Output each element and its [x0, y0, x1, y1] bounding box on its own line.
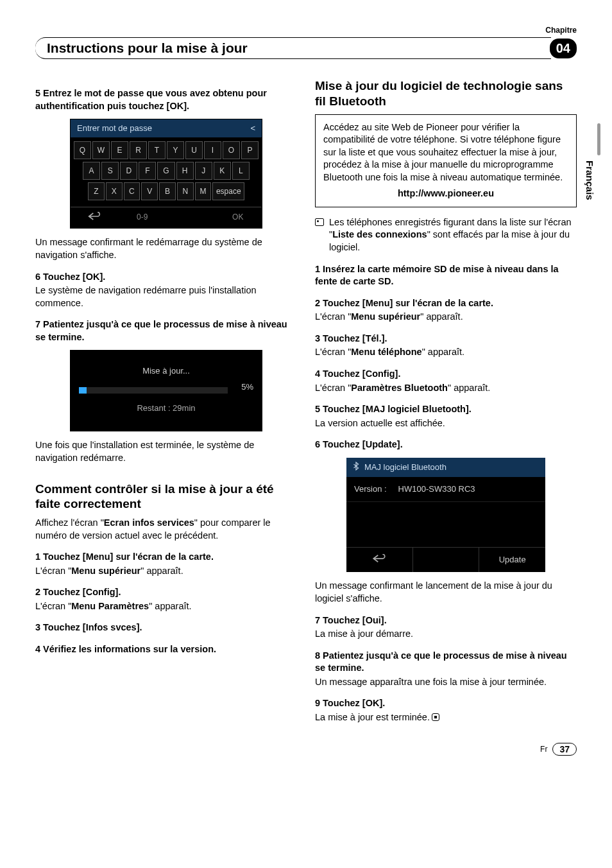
bluetooth-icon — [352, 462, 361, 474]
back-icon — [346, 547, 412, 573]
keyboard-row-1: Q W E R T Y U I O P — [73, 141, 259, 159]
text: " apparaît. — [149, 601, 191, 611]
chapter-label: Chapitre — [35, 26, 577, 35]
end-mark-icon — [432, 713, 439, 721]
bt-step-8-heading: 8 Patientez jusqu'à ce que le processus … — [315, 650, 577, 675]
footer-lang: Fr — [540, 745, 547, 754]
key: O — [223, 141, 240, 159]
bt-version-label: Version : — [354, 483, 387, 495]
progress-screenshot: Mise à jour... 5% Restant : 29min — [70, 350, 262, 431]
text: La mise à jour est terminée. — [315, 712, 430, 722]
bt-blank — [412, 547, 480, 573]
left-column: 5 Entrez le mot de passe que vous avez o… — [35, 78, 297, 724]
key: U — [185, 141, 203, 159]
key: N — [177, 182, 194, 200]
text: " apparaît. — [448, 383, 490, 393]
footer: Fr 37 — [35, 743, 577, 756]
key: R — [130, 141, 147, 159]
text: L'écran "Menu Paramètres" apparaît. — [35, 600, 297, 613]
bt-step-2-heading: 2 Touchez [Menu] sur l'écran de la carte… — [315, 297, 577, 310]
text: Un message confirmant le lancement de la… — [315, 580, 577, 605]
note: Les téléphones enregistrés figurant dans… — [315, 216, 577, 254]
key: M — [195, 182, 212, 200]
key: W — [92, 141, 110, 159]
text-bold: Menu téléphone — [351, 347, 421, 357]
bt-step-6-heading: 6 Touchez [Update]. — [315, 438, 577, 451]
keyboard-title: Entrer mot de passe — [77, 123, 152, 134]
key-ok: OK — [214, 207, 262, 228]
key: K — [214, 162, 231, 180]
check-step-1-heading: 1 Touchez [Menu] sur l'écran de la carte… — [35, 551, 297, 564]
key: I — [204, 141, 221, 159]
step-6-heading: 6 Touchez [OK]. — [35, 271, 297, 284]
box-url: http://www.pioneer.eu — [323, 187, 568, 200]
bt-step-5-heading: 5 Touchez [MAJ logiciel Bluetooth]. — [315, 403, 577, 416]
key: Q — [74, 141, 91, 159]
key: F — [139, 162, 156, 180]
key: V — [141, 182, 158, 200]
text: Affichez l'écran "Ecran infos services" … — [35, 517, 297, 542]
bt-step-9-heading: 9 Touchez [OK]. — [315, 697, 577, 710]
header-line: Instructions pour la mise à jour — [35, 37, 551, 59]
bt-step-1-heading: 1 Insérez la carte mémoire SD de mise à … — [315, 263, 577, 288]
text: La version actuelle est affichée. — [315, 417, 577, 430]
step-7-heading: 7 Patientez jusqu'à ce que le processus … — [35, 318, 297, 343]
keyboard-titlebar: Entrer mot de passe < — [71, 119, 262, 137]
text: L'écran "Menu supérieur" apparaît. — [315, 311, 577, 324]
header-row: Instructions pour la mise à jour 04 — [35, 37, 577, 59]
text: L'écran "Menu supérieur" apparaît. — [35, 565, 297, 578]
key: L — [232, 162, 250, 180]
check-step-2-heading: 2 Touchez [Config]. — [35, 586, 297, 599]
note-icon — [315, 218, 324, 226]
key: P — [241, 141, 259, 159]
text: L'écran " — [35, 601, 71, 611]
keyboard-close: < — [250, 123, 255, 134]
note-text: Les téléphones enregistrés figurant dans… — [329, 216, 577, 254]
text-bold: Menu Paramètres — [71, 601, 149, 611]
text-bold: Liste des connexions — [332, 229, 427, 239]
key: E — [111, 141, 128, 159]
bt-update-button: Update — [479, 547, 545, 573]
key-numeric: 0-9 — [119, 207, 167, 228]
text: Un message confirmant le redémarrage du … — [35, 236, 297, 261]
key: A — [83, 162, 100, 180]
progress-title: Mise à jour... — [79, 365, 253, 377]
key: G — [157, 162, 174, 180]
bt-step-4-heading: 4 Touchez [Config]. — [315, 368, 577, 381]
text: L'écran " — [315, 347, 351, 357]
key: J — [195, 162, 212, 180]
bluetooth-screenshot: MAJ logiciel Bluetooth Version : HW100-S… — [346, 458, 545, 573]
language-tab: Français — [584, 161, 595, 200]
box-text: Accédez au site Web de Pioneer pour véri… — [323, 121, 568, 184]
step-5-heading: 5 Entrez le mot de passe que vous avez o… — [35, 87, 297, 112]
bt-titlebar: MAJ logiciel Bluetooth — [346, 458, 545, 478]
key: B — [159, 182, 176, 200]
info-box: Accédez au site Web de Pioneer pour véri… — [315, 114, 577, 207]
keyboard-screenshot: Entrer mot de passe < Q W E R T Y U I O … — [70, 119, 262, 229]
text: Un message apparaîtra une fois la mise à… — [315, 676, 577, 689]
text: " apparaît. — [422, 347, 464, 357]
text: Une fois que l'installation est terminée… — [35, 439, 297, 464]
text-bold: Menu supérieur — [71, 566, 140, 576]
page-number: 37 — [552, 743, 577, 756]
text: Le système de navigation redémarre puis … — [35, 284, 297, 309]
key: Y — [167, 141, 184, 159]
bt-spacer — [346, 502, 545, 547]
text-bold: Ecran infos services — [104, 517, 194, 528]
text: L'écran "Menu téléphone" apparaît. — [315, 346, 577, 359]
keyboard-bottom: 0-9 OK — [71, 207, 262, 228]
key: D — [120, 162, 137, 180]
key: C — [124, 182, 140, 200]
keyboard-row-3: Z X C V B N M espace — [73, 182, 259, 200]
key: T — [148, 141, 166, 159]
bt-bottom-bar: Update — [346, 547, 545, 573]
bt-title: MAJ logiciel Bluetooth — [364, 462, 446, 473]
text: La mise à jour est terminée. — [315, 711, 577, 724]
right-column: Mise à jour du logiciel de technologie s… — [315, 78, 577, 724]
key-space: espace — [212, 182, 244, 200]
bt-version-value: HW100-SW330 RC3 — [398, 483, 475, 495]
key: S — [101, 162, 119, 180]
key: X — [106, 182, 123, 200]
text: L'écran "Paramètres Bluetooth" apparaît. — [315, 382, 577, 395]
progress-percent: 5% — [228, 381, 253, 393]
